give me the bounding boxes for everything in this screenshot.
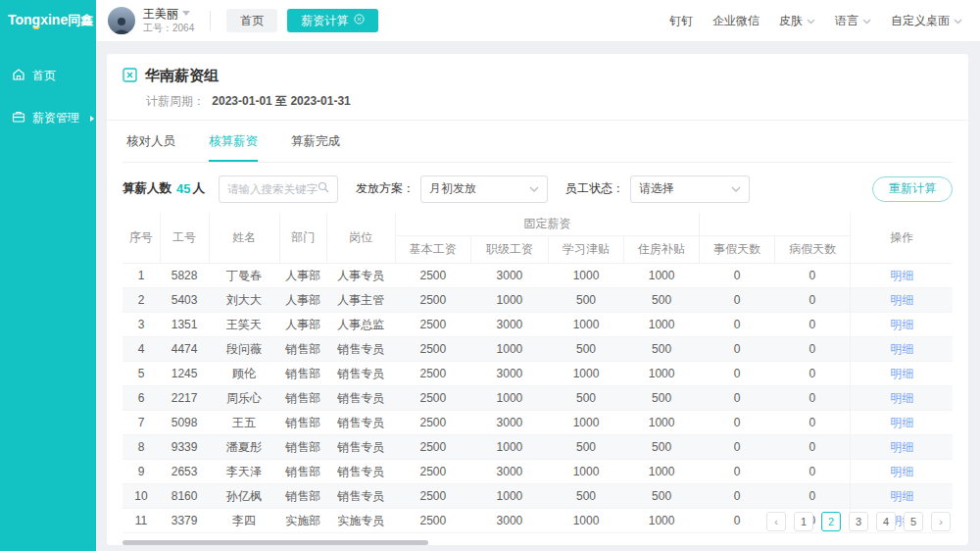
pay-period-value: 2023-01-01 至 2023-01-31 (212, 94, 350, 108)
table-cell: 销售专员 (326, 411, 395, 435)
employee-status-select[interactable]: 请选择 (630, 175, 750, 203)
back-close-icon[interactable] (122, 68, 137, 85)
tab-verify-staff[interactable]: 核对人员 (126, 133, 175, 162)
table-cell: 5 (122, 362, 160, 386)
table-cell: 0 (700, 460, 775, 484)
detail-link[interactable]: 明细 (890, 465, 913, 478)
detail-link[interactable]: 明细 (890, 293, 913, 307)
tab-salary-calculation[interactable]: 薪资计算 (287, 9, 378, 32)
detail-link[interactable]: 明细 (890, 342, 913, 356)
col-header-sick-leave-days: 病假天数 (775, 236, 851, 264)
close-circle-icon[interactable] (354, 14, 365, 27)
table-cell: 3000 (470, 460, 548, 484)
page-button-3[interactable]: 3 (849, 512, 868, 531)
search-icon[interactable] (318, 181, 329, 196)
table-cell: 李天泽 (209, 460, 279, 484)
table-cell: 500 (624, 386, 700, 411)
table-cell: 500 (548, 337, 623, 362)
sidebar: Tongxine同鑫 首页 薪资管理 (0, 0, 96, 551)
table-cell: 人事部 (279, 264, 326, 288)
sidebar-item-home[interactable]: 首页 (0, 59, 96, 93)
scrollbar-thumb[interactable] (122, 540, 428, 545)
employee-status-label: 员工状态： (565, 180, 624, 197)
table-cell: 人事部 (279, 288, 326, 313)
page-button-4[interactable]: 4 (876, 512, 896, 531)
action-cell: 明细 (851, 460, 953, 484)
action-cell: 明细 (851, 337, 953, 362)
action-cell: 明细 (851, 313, 953, 337)
detail-link[interactable]: 明细 (890, 391, 913, 405)
menu-skin[interactable]: 皮肤 (779, 13, 815, 29)
col-header-housing-allowance: 住房补贴 (624, 236, 700, 264)
detail-link[interactable]: 明细 (890, 318, 913, 331)
page-title: 华南薪资组 (145, 67, 219, 85)
chevron-down-icon (731, 182, 741, 196)
recalculate-button[interactable]: 重新计算 (872, 176, 953, 202)
table-cell: 1000 (470, 435, 548, 460)
table-cell: 1000 (470, 337, 548, 362)
table-cell: 2653 (160, 460, 209, 484)
col-header-base-salary: 基本工资 (395, 236, 470, 264)
avatar[interactable] (108, 7, 135, 34)
sidebar-item-salary-management[interactable]: 薪资管理 (0, 101, 96, 135)
table-cell: 周乐心 (209, 386, 279, 411)
table-cell: 500 (548, 435, 623, 460)
table-cell: 0 (775, 435, 851, 460)
col-header-work-no: 工号 (160, 213, 209, 264)
payout-plan-select[interactable]: 月初发放 (420, 175, 548, 203)
table-cell: 0 (700, 411, 775, 435)
table-cell: 5403 (160, 288, 209, 313)
search-input[interactable] (227, 183, 318, 195)
detail-link[interactable]: 明细 (890, 367, 913, 380)
table-cell: 销售部 (279, 435, 326, 460)
detail-link[interactable]: 明细 (890, 416, 913, 429)
detail-link[interactable]: 明细 (890, 489, 913, 503)
col-header-position: 岗位 (326, 213, 395, 264)
tab-calculation-done[interactable]: 算薪完成 (291, 133, 340, 162)
horizontal-scrollbar (122, 540, 953, 545)
work-number: 工号：2064 (143, 23, 194, 34)
prev-page-button[interactable]: ‹ (766, 512, 786, 531)
detail-link[interactable]: 明细 (890, 269, 913, 282)
menu-custom-desktop[interactable]: 自定义桌面 (891, 13, 962, 29)
table-cell: 2500 (395, 386, 470, 411)
table-cell: 5828 (160, 264, 209, 288)
table-cell: 0 (775, 460, 851, 484)
table-cell: 0 (775, 411, 851, 435)
salary-table-body: 15828丁曼春人事部人事专员250030001000100000明细25403… (122, 264, 953, 533)
menu-dingtalk[interactable]: 钉钉 (669, 13, 693, 29)
page-button-5[interactable]: 5 (904, 512, 923, 531)
page-button-2[interactable]: 2 (821, 512, 841, 531)
table-cell: 7 (122, 411, 160, 435)
headcount-unit: 人 (192, 180, 205, 197)
menu-language[interactable]: 语言 (835, 13, 871, 29)
table-cell: 2500 (395, 460, 470, 484)
table-cell: 5098 (160, 411, 209, 435)
table-cell: 1245 (160, 362, 209, 386)
table-cell: 王笑天 (209, 313, 279, 337)
table-cell: 0 (700, 337, 775, 362)
next-page-button[interactable]: › (931, 512, 951, 531)
detail-link[interactable]: 明细 (890, 440, 913, 454)
col-header-personal-leave-days: 事假天数 (700, 236, 775, 264)
table-cell: 1000 (548, 362, 623, 386)
table-cell: 0 (775, 264, 851, 288)
tab-calculate-salary[interactable]: 核算薪资 (209, 133, 258, 162)
table-cell: 0 (775, 313, 851, 337)
page-button-1[interactable]: 1 (794, 512, 813, 531)
table-row: 25403刘大大人事部人事主管2500100050050000明细 (122, 288, 953, 313)
table-cell: 1000 (470, 386, 548, 411)
brand-logo-cn: 同鑫 (68, 13, 93, 27)
table-row: 89339潘夏彤销售部销售专员2500100050050000明细 (122, 435, 953, 460)
table-cell: 2 (122, 288, 160, 313)
table-cell: 500 (548, 386, 623, 411)
table-row: 44474段问薇销售部销售专员2500100050050000明细 (122, 337, 953, 362)
tab-home[interactable]: 首页 (226, 9, 277, 32)
menu-wecom[interactable]: 企业微信 (712, 13, 760, 29)
chevron-down-icon (954, 14, 962, 27)
table-cell: 2500 (395, 411, 470, 435)
table-cell: 0 (700, 313, 775, 337)
group-header-empty (700, 213, 851, 236)
user-menu[interactable]: 王美丽 (143, 7, 194, 21)
employee-status-field: 员工状态： 请选择 (565, 175, 750, 203)
